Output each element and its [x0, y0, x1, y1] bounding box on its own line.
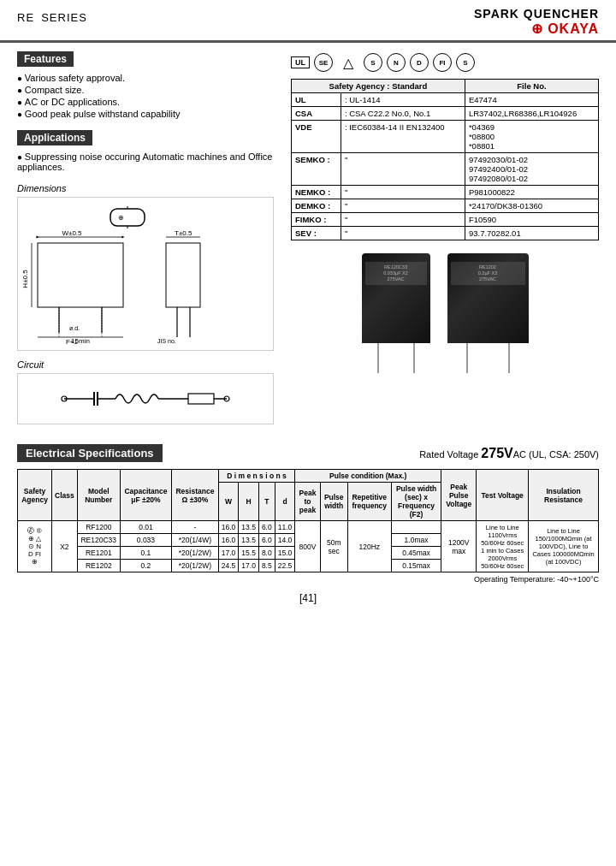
t-cell: 8.5	[258, 560, 275, 572]
th-pulse-w: Pulse width	[320, 483, 347, 521]
table-row: VDE : IEC60384-14 II EN132400 *04369*088…	[292, 121, 599, 153]
t-cell: 6.0	[258, 521, 275, 534]
rep-freq-cell: 120Hz	[347, 521, 391, 572]
rated-voltage-label: Rated Voltage	[419, 449, 478, 460]
svg-text:ø.d.: ø.d.	[69, 325, 80, 331]
ul-icon: UL	[291, 56, 310, 68]
operating-temp: Operating Temperature: -40~+100°C	[17, 575, 599, 584]
res-cell: *20(1/4W)	[172, 534, 219, 547]
svg-text:T±0.5: T±0.5	[175, 229, 192, 237]
th-ins-r: Insulation Resistance	[529, 470, 599, 521]
standard-cell: "	[341, 199, 465, 213]
table-row: DEMKO : " *24170/DK38-01360	[292, 199, 599, 213]
th-resistance: Resistance Ω ±30%	[172, 470, 219, 521]
th-test-v: Test Voltage	[477, 470, 529, 521]
left-column: Features Various safety approval. Compac…	[17, 51, 274, 431]
rated-voltage-value: 275V	[481, 446, 512, 460]
pw-f2-cell: 0.45max	[391, 547, 441, 560]
capacitor-body-2: RE12020.2μF X2275VAC	[447, 253, 529, 343]
d-cell: 11.0	[275, 521, 295, 534]
applications-header: Applications	[17, 130, 92, 145]
table-row: 🄬 ® ⊕ △ ⊙ N D FI ⊕ X2 RF1200 0.01 - 16.0…	[18, 521, 599, 534]
table-row: CSA : CSA C22.2 No.0, No.1 LR37402,LR683…	[292, 107, 599, 121]
peak-pulse-v-cell: 1200V max	[441, 521, 477, 572]
class-cell: X2	[52, 521, 78, 572]
applications-section: Applications Suppressing noise occuring …	[17, 130, 274, 173]
th-dimensions: D i m e n s i o n s	[218, 470, 294, 483]
dimensions-section: Dimensions ⊕ W±0.5	[17, 183, 274, 351]
circuit-diagram	[17, 373, 274, 424]
file-cell: E47474	[465, 93, 598, 107]
agency-cell: DEMKO :	[292, 199, 341, 213]
right-column: UL SE △ S N D FI S Safety A	[291, 51, 599, 431]
electrical-spec-table: Safety Agency Class Model Number Capacit…	[17, 469, 599, 572]
fi-icon: FI	[433, 53, 452, 72]
safety-agency-table: Safety Agency : Standard File No. UL : U…	[291, 79, 599, 240]
brand-area: SPARK QUENCHER OKAYA	[474, 7, 599, 37]
d-icon: D	[410, 53, 429, 72]
w-cell: 16.0	[218, 534, 239, 547]
model-cell: RE120C33	[77, 534, 120, 547]
table-row: UL : UL-1414 E47474	[292, 93, 599, 107]
lead-left-2	[466, 343, 468, 373]
th-safety-agency: Safety Agency	[18, 470, 52, 521]
page-header: RE SERIES SPARK QUENCHER OKAYA	[0, 0, 616, 43]
th-t: T	[258, 483, 275, 521]
cap-cell: 0.1	[120, 547, 171, 560]
s-icon: S	[364, 53, 382, 72]
pw-f2-cell: 1.0max	[391, 534, 441, 547]
t-cell: 8.0	[258, 547, 275, 560]
res-cell: *20(1/2W)	[172, 547, 219, 560]
product-images: RE120C330.033μF X2275VAC RE12020.2μF X22…	[291, 253, 599, 386]
page-number: [41]	[17, 592, 599, 604]
agency-cell: CSA	[292, 107, 341, 121]
agency-cell: NEMKO :	[292, 186, 341, 199]
svg-text:F+1: F+1	[66, 338, 79, 346]
features-section: Features Various safety approval. Compac…	[17, 51, 274, 120]
triangle-icon: △	[337, 51, 359, 74]
file-cell: P981000822	[465, 186, 598, 199]
main-content: Features Various safety approval. Compac…	[0, 43, 616, 613]
list-item: Good peak pulse withstand capability	[17, 108, 274, 120]
file-cell: 97492030/01-0297492400/01-0297492080/01-…	[465, 153, 598, 186]
model-cell: RE1202	[77, 560, 120, 572]
svg-text:⊕: ⊕	[118, 214, 124, 222]
agency-cell: SEMKO :	[292, 153, 341, 186]
circuit-svg	[60, 382, 231, 416]
table-row: FIMKO : " F10590	[292, 213, 599, 227]
agency-cell: UL	[292, 93, 341, 107]
standard-cell: "	[341, 153, 465, 186]
safety-header-file: File No.	[465, 80, 598, 93]
pulse-w-cell: 50m sec	[320, 521, 347, 572]
se-icon: SE	[314, 53, 333, 72]
capacitor-body-1: RE120C330.033μF X2275VAC	[362, 253, 430, 343]
safety-agency-icons: 🄬 ® ⊕ △ ⊙ N D FI ⊕	[18, 521, 52, 572]
table-row: NEMKO : " P981000822	[292, 186, 599, 199]
rated-voltage-unit: AC	[513, 449, 526, 460]
h-cell: 13.5	[239, 534, 259, 547]
agency-cell: VDE	[292, 121, 341, 153]
file-cell: 93.7.70282.01	[465, 227, 598, 240]
list-item: AC or DC applications.	[17, 96, 274, 108]
product-image-2: RE12020.2μF X2275VAC	[447, 253, 529, 343]
svg-text:H±0.5: H±0.5	[21, 270, 29, 288]
agency-cell: FIMKO :	[292, 213, 341, 227]
th-peak-peak: Peak to peak	[295, 483, 321, 521]
th-class: Class	[52, 470, 78, 521]
features-list: Various safety approval. Compact size. A…	[17, 72, 274, 120]
series-title: RE SERIES	[17, 10, 87, 33]
d-cell: 14.0	[275, 534, 295, 547]
dimension-svg: ⊕ W±0.5 H±0.5	[25, 205, 264, 346]
standard-cell: : UL-1414	[341, 93, 465, 107]
standard-cell: "	[341, 186, 465, 199]
electrical-specs-section: Electrical Specifications Rated Voltage …	[17, 444, 599, 584]
dimension-diagram: ⊕ W±0.5 H±0.5	[17, 197, 274, 351]
th-model: Model Number	[77, 470, 120, 521]
cap-cell: 0.033	[120, 534, 171, 547]
w-cell: 24.5	[218, 560, 239, 572]
top-section: Features Various safety approval. Compac…	[17, 51, 599, 431]
d-cell: 15.0	[275, 547, 295, 560]
list-item: Various safety approval.	[17, 72, 274, 84]
table-row: SEV : " 93.7.70282.01	[292, 227, 599, 240]
file-cell: F10590	[465, 213, 598, 227]
